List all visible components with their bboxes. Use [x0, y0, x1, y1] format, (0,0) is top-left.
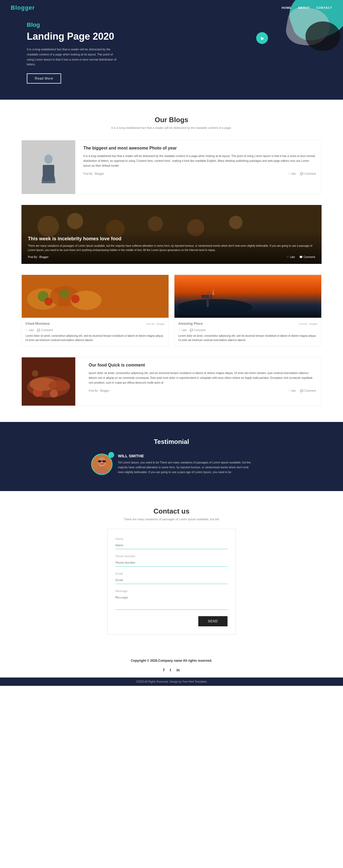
svg-rect-20 — [201, 295, 212, 298]
comment-icon: 💬 — [300, 172, 303, 175]
blog-4-image — [175, 275, 321, 318]
comment-icon-5: 💬 — [300, 389, 303, 392]
email-field-wrap: Email — [116, 572, 227, 584]
blog-4-meta: Amezing Place Post By : Blogger — [178, 321, 317, 327]
comment-icon-3: 💬 — [37, 329, 40, 332]
blog-card-2: This week is incelebrity homes love food… — [22, 205, 321, 264]
message-field-wrap: Message — [116, 589, 227, 611]
svg-point-6 — [148, 216, 163, 231]
blog-3-meta: Chad-Montana Post By : Blogger — [26, 321, 165, 327]
email-label: Email — [116, 572, 227, 575]
blog-4-actions: ♡ Like 💬 Comment — [178, 329, 317, 332]
nav-contact[interactable]: CONTACT — [316, 6, 332, 9]
blog-4-comment[interactable]: 💬 Comment — [190, 329, 206, 332]
blog-card-5: Our food Quick is comment Ipsum dolor si… — [22, 357, 321, 406]
email-input[interactable] — [116, 576, 227, 584]
svg-rect-36 — [98, 460, 101, 462]
name-label: Name — [116, 537, 227, 540]
heart-icon: ♡ — [287, 172, 290, 175]
hero-read-more-button[interactable]: Read More — [27, 73, 61, 84]
footer: Copyright © 2020.Company name All rights… — [0, 651, 343, 686]
blog-1-post-by: Post By : Blogger — [83, 172, 104, 175]
contact-title: Contact us — [54, 507, 289, 516]
svg-point-8 — [229, 216, 243, 229]
footer-linkedin[interactable]: in — [176, 668, 180, 672]
phone-field-wrap: Phone Number — [116, 555, 227, 567]
footer-social: f t in — [0, 665, 343, 678]
blog-5-image — [22, 358, 75, 406]
contact-subtitle: There are many variations of passages of… — [54, 518, 289, 521]
blog-5-comment[interactable]: 💬 Comment — [300, 389, 316, 392]
blog-3-content: Chad-Montana Post By : Blogger ♡ Like 💬 … — [22, 318, 168, 346]
testimonial-content: WILL SMITHE Tof Lorem Ipsum, you need to… — [118, 454, 252, 475]
nav-logo: Blogger — [11, 4, 35, 11]
blog-3-comment[interactable]: 💬 Comment — [37, 329, 53, 332]
phone-input[interactable] — [116, 559, 227, 567]
blog-2-title: This week is incelebrity homes love food — [28, 236, 315, 242]
blog-card-4: Amezing Place Post By : Blogger ♡ Like 💬… — [174, 275, 321, 346]
blog-1-text: It is a long established fact that a rea… — [83, 154, 316, 168]
footer-bottom: ©2020 All Rights Reserved. Design by Fre… — [0, 678, 343, 686]
comment-icon-2: 💬 — [299, 255, 303, 258]
blog-5-text: Ipsum dolor sit amet, consectetur adipis… — [89, 371, 316, 385]
footer-twitter[interactable]: t — [170, 668, 171, 672]
contact-form: Name Phone Number Email Message SEND — [107, 529, 236, 635]
blog-5-title: Our food Quick is comment — [89, 363, 316, 368]
blog-cards-row: Chad-Montana Post By : Blogger ♡ Like 💬 … — [22, 275, 321, 346]
svg-point-18 — [177, 299, 252, 315]
testimonial-card: WILL SMITHE Tof Lorem Ipsum, you need to… — [91, 454, 252, 475]
navbar: Blogger HOME ABOUT CONTACT — [0, 0, 343, 16]
footer-copyright: Copyright © 2020.Company name All rights… — [0, 651, 343, 665]
hero-blob-dark — [306, 22, 340, 51]
hero-description: It is a long established fact that a rea… — [27, 47, 118, 67]
name-field-wrap: Name — [116, 537, 227, 549]
heart-icon-4: ♡ — [178, 329, 181, 332]
hero-play-button[interactable] — [256, 32, 268, 44]
blog-1-comment[interactable]: 💬 Comment — [300, 172, 316, 175]
blog-4-content: Amezing Place Post By : Blogger ♡ Like 💬… — [175, 318, 321, 346]
heart-icon-5: ♡ — [287, 389, 290, 392]
svg-point-29 — [32, 370, 38, 377]
blog-2-comment[interactable]: 💬 Comment — [299, 255, 315, 258]
blog-2-like[interactable]: ♡ Like — [286, 255, 295, 258]
blog-1-title: The biggest and most awesome Photo of ye… — [83, 146, 316, 151]
blog-5-like[interactable]: ♡ Like — [287, 389, 295, 392]
blog-4-post-by: Post By : Blogger — [299, 322, 317, 325]
blog-4-like[interactable]: ♡ Like — [178, 329, 187, 332]
svg-point-28 — [50, 390, 58, 398]
blog-1-image — [22, 141, 75, 194]
blog-2-text: There are many variations of passages of… — [28, 244, 315, 252]
phone-label: Phone Number — [116, 555, 227, 558]
blogs-section: Our Blogs It is a long established fact … — [0, 100, 343, 422]
blog-5-actions: ♡ Like 💬 Comment — [287, 389, 316, 392]
name-input[interactable] — [116, 541, 227, 549]
contact-section: Contact us There are many variations of … — [0, 491, 343, 651]
blog-3-like[interactable]: ♡ Like — [26, 329, 34, 332]
message-label: Message — [116, 589, 227, 593]
svg-point-26 — [49, 380, 70, 391]
comment-icon-4: 💬 — [190, 329, 193, 332]
blog-3-image — [22, 275, 168, 318]
blogs-subtitle: It is a long established fact that a rea… — [22, 126, 321, 129]
blog-card-1: The biggest and most awesome Photo of ye… — [22, 140, 321, 194]
blog-4-title: Amezing Place — [178, 321, 203, 326]
blog-1-like[interactable]: ♡ Like — [287, 172, 295, 175]
nav-links: HOME ABOUT CONTACT — [282, 6, 332, 9]
footer-facebook[interactable]: f — [163, 668, 164, 672]
blog-5-content: Our food Quick is comment Ipsum dolor si… — [83, 358, 321, 406]
svg-rect-37 — [103, 460, 106, 462]
svg-point-4 — [67, 213, 83, 229]
message-input[interactable] — [116, 594, 227, 610]
blog-1-content: The biggest and most awesome Photo of ye… — [83, 141, 321, 194]
blog-1-meta: Post By : Blogger ♡ Like 💬 Comment — [83, 172, 316, 175]
testimonial-avatar-wrap — [91, 454, 113, 475]
nav-about[interactable]: ABOUT — [298, 6, 310, 9]
nav-home[interactable]: HOME — [282, 6, 291, 9]
testimonial-section: Testimonial — [0, 422, 343, 491]
heart-icon-3: ♡ — [26, 329, 28, 332]
testimonial-title: Testimonial — [22, 438, 321, 445]
send-button[interactable]: SEND — [198, 616, 227, 626]
heart-icon-2: ♡ — [286, 255, 289, 258]
svg-point-14 — [60, 289, 69, 299]
testimonial-text: Tof Lorem Ipsum, you need to be There ar… — [118, 460, 252, 475]
